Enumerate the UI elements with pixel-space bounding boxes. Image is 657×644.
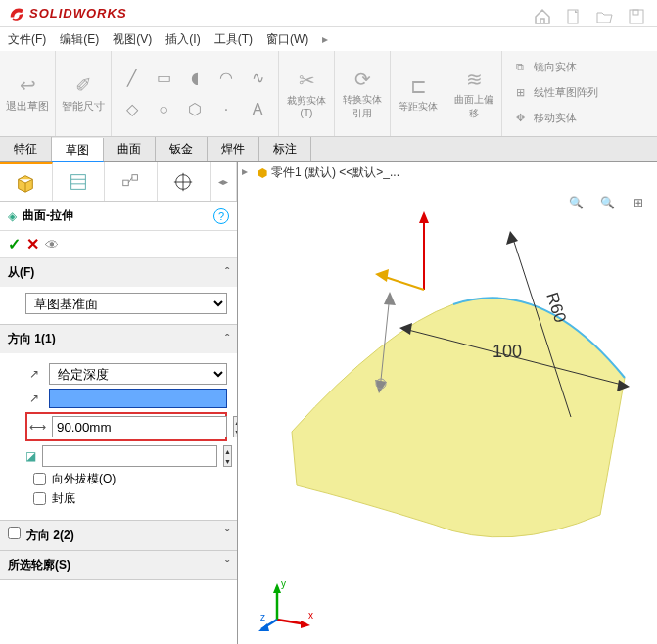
trim-button[interactable]: ✂ 裁剪实体(T) — [285, 60, 328, 128]
tab-sketch[interactable]: 草图 — [52, 138, 104, 162]
chevron-up-icon: ˆ — [225, 333, 229, 346]
exit-sketch-button[interactable]: ↩ 退出草图 — [6, 60, 49, 128]
svg-text:y: y — [281, 578, 286, 589]
from-section-header[interactable]: 从(F)ˆ — [0, 258, 237, 287]
chevron-down-icon: ˇ — [225, 529, 229, 542]
extrude-surface-icon: ◈ — [8, 209, 17, 223]
ok-button[interactable]: ✓ — [8, 235, 21, 253]
convert-entities-button[interactable]: ⟳ 转换实体引用 — [341, 60, 384, 128]
spline-icon[interactable]: ∿ — [243, 64, 272, 93]
help-icon[interactable]: ? — [213, 208, 229, 224]
linear-pattern-button[interactable]: ⊞线性草图阵列 — [510, 80, 598, 104]
direction1-section-header[interactable]: 方向 1(1)ˆ — [0, 325, 237, 353]
svg-marker-15 — [375, 269, 389, 282]
configuration-manager-tab[interactable] — [105, 162, 158, 201]
depth-icon: ⟷ — [29, 420, 46, 434]
tab-annotate[interactable]: 标注 — [259, 137, 311, 161]
slot-icon[interactable]: ◖ — [180, 64, 210, 93]
selected-contours-section-header[interactable]: 所选轮廓(S)ˇ — [0, 551, 237, 579]
arc-icon[interactable]: ◠ — [211, 64, 241, 93]
new-doc-icon[interactable] — [561, 4, 587, 29]
menu-tools[interactable]: 工具(T) — [214, 31, 253, 48]
from-start-condition-select[interactable]: 草图基准面 — [25, 293, 227, 314]
direction2-checkbox[interactable] — [8, 527, 21, 539]
move-entities-button[interactable]: ✥移动实体 — [510, 106, 598, 129]
svg-rect-2 — [633, 10, 638, 15]
more-tabs[interactable]: ◂▸ — [211, 162, 237, 201]
orientation-triad: x y z — [258, 575, 316, 634]
depth-input[interactable] — [52, 416, 227, 437]
menu-view[interactable]: 视图(V) — [113, 31, 152, 48]
line-icon[interactable]: ╱ — [117, 64, 147, 93]
svg-rect-7 — [132, 174, 138, 180]
chevron-up-icon: ˆ — [225, 266, 229, 280]
svg-text:z: z — [260, 612, 265, 622]
menu-insert[interactable]: 插入(I) — [165, 31, 200, 48]
feature-manager-tab[interactable] — [0, 162, 53, 201]
tab-sheet-metal[interactable]: 钣金 — [156, 137, 208, 161]
feature-title: 曲面-拉伸 — [23, 207, 208, 224]
point-icon[interactable]: · — [211, 95, 241, 124]
end-condition-select[interactable]: 给定深度 — [49, 363, 227, 385]
circle-icon[interactable]: ○ — [149, 95, 178, 124]
draft-angle-input[interactable] — [42, 445, 217, 467]
direction-selection-box[interactable] — [49, 389, 227, 408]
menu-expand-icon[interactable]: ▸ — [322, 32, 328, 46]
svg-rect-1 — [630, 10, 643, 23]
cancel-button[interactable]: ✕ — [26, 235, 39, 253]
draft-icon[interactable]: ◪ — [25, 449, 36, 463]
corner-rect-icon[interactable]: ◇ — [117, 95, 147, 124]
save-icon[interactable] — [624, 4, 649, 29]
rect-icon[interactable]: ▭ — [149, 64, 178, 93]
menu-window[interactable]: 窗口(W) — [266, 31, 308, 48]
svg-rect-3 — [71, 174, 86, 189]
svg-marker-26 — [301, 621, 310, 628]
offset-entities-button[interactable]: ⊏ 等距实体 — [397, 60, 440, 128]
mirror-entities-button[interactable]: ⧉镜向实体 — [510, 55, 598, 78]
polygon-icon[interactable]: ⬡ — [180, 95, 210, 124]
preview-icon[interactable]: 👁 — [45, 237, 59, 253]
svg-rect-6 — [122, 180, 128, 186]
chevron-down-icon: ˇ — [225, 559, 229, 573]
tab-weldment[interactable]: 焊件 — [208, 137, 259, 161]
menu-edit[interactable]: 编辑(E) — [60, 31, 99, 48]
open-icon[interactable] — [592, 4, 618, 29]
model-viewport[interactable]: 100 R60 — [238, 162, 657, 644]
svg-marker-13 — [419, 211, 429, 223]
tab-feature[interactable]: 特征 — [0, 137, 52, 161]
tab-surface[interactable]: 曲面 — [104, 137, 156, 161]
direction2-section-header[interactable]: 方向 2(2) ˇ — [0, 521, 237, 550]
text-icon[interactable]: A — [243, 95, 272, 124]
smart-dimension-button[interactable]: ✐ 智能尺寸 — [62, 60, 105, 128]
cap-end-label: 封底 — [52, 490, 75, 507]
property-manager-tab[interactable] — [53, 162, 106, 201]
dimension-100: 100 — [493, 342, 522, 361]
cap-end-checkbox[interactable] — [33, 492, 46, 505]
solidworks-logo-icon — [8, 5, 25, 23]
home-icon[interactable] — [530, 4, 555, 29]
svg-marker-17 — [384, 292, 396, 305]
draft-outward-checkbox[interactable] — [33, 473, 46, 485]
svg-line-8 — [128, 177, 132, 183]
draft-spinner[interactable]: ▲▼ — [223, 445, 232, 467]
app-name: SOLIDWORKS — [29, 6, 127, 21]
svg-text:x: x — [308, 610, 313, 621]
reverse-direction-icon[interactable]: ↗ — [25, 367, 43, 381]
draft-outward-label: 向外拔模(O) — [52, 471, 116, 487]
svg-marker-29 — [273, 583, 281, 593]
svg-marker-24 — [506, 231, 518, 245]
offset-on-surface-button[interactable]: ≋ 曲面上偏移 — [452, 60, 495, 128]
menu-file[interactable]: 文件(F) — [8, 31, 46, 48]
dimxpert-tab[interactable] — [158, 162, 211, 201]
direction-vector-icon[interactable]: ↗ — [25, 391, 43, 405]
